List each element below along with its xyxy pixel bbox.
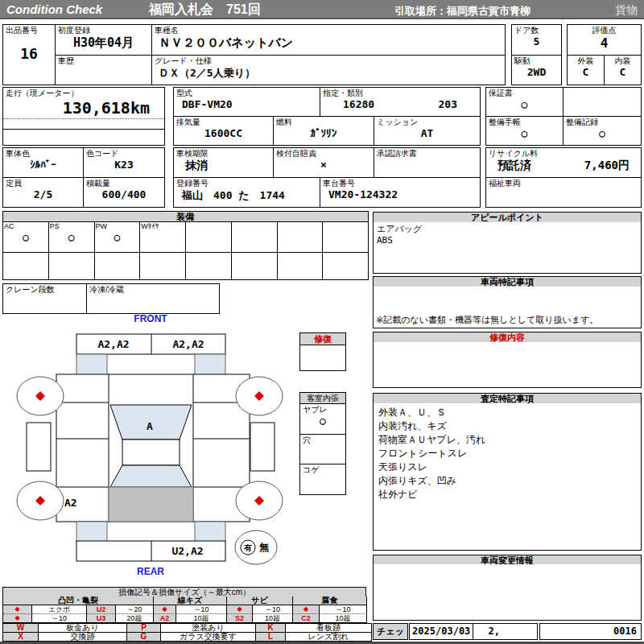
lot-number-value: 16 xyxy=(3,45,55,62)
vehicle-notes-title: 車両特記事項 xyxy=(373,276,642,287)
cabin-row-hole: 穴 xyxy=(300,435,345,464)
interior-grade-cell: 内装 C xyxy=(604,55,642,85)
lot-number-cell: 出品番号 16 xyxy=(2,24,56,85)
vehicle-damage-diagram: A2,A2 A2,A2 A A2 U2,A2 有 無 xyxy=(0,324,298,566)
appeal-line: ABS xyxy=(377,235,638,246)
recycle-amount: 7,460円 xyxy=(584,159,630,173)
check-number: 0016 xyxy=(540,624,641,639)
legend-code: P xyxy=(127,624,161,633)
appeal-line: エアバッグ xyxy=(377,224,638,235)
color-code-cell: 色コード K23 xyxy=(83,147,165,178)
front-bumper-left-mark: A2,A2 xyxy=(97,338,129,350)
equipment-section-title: 装備 xyxy=(2,211,369,222)
check-label: チェック xyxy=(373,623,408,640)
equipment-cell-empty xyxy=(323,222,369,253)
inspection-cell: 車検期限 抹消 xyxy=(173,147,274,178)
exterior-grade-label: 外装 xyxy=(568,56,604,66)
mileage-empty-row xyxy=(3,119,164,130)
registration-cell: 登録番号 福山 400 た 1744 xyxy=(173,177,320,208)
displacement-cell: 排気量 1600CC xyxy=(173,116,274,146)
auction-title: 福岡入札会 751回 xyxy=(149,2,261,19)
chassis-number-value: VM20-124322 xyxy=(320,188,480,200)
equipment-cell-empty xyxy=(323,253,369,280)
inspection-label: 車検期限 xyxy=(174,148,273,159)
color-code-value: K23 xyxy=(84,159,164,171)
equipment-cell-empty xyxy=(140,253,186,280)
assessment-line: 天張りスレ xyxy=(378,460,636,474)
body-color-value: ｼﾙﾊﾞｰ xyxy=(3,159,83,171)
diamond-icon: ◆ xyxy=(154,605,176,614)
diamond-icon: ◆ xyxy=(227,605,253,614)
right-side-panel xyxy=(250,423,275,471)
assessment-line: 外装Ａ、Ｕ、Ｓ xyxy=(378,406,636,419)
score-cell: 評価点 4 xyxy=(567,24,642,56)
recycle-fee-label: リサイクル料 xyxy=(486,148,641,159)
spare-tire-indicator xyxy=(235,530,277,564)
cabin-tear-mark: ○ xyxy=(300,415,345,427)
diamond-icon: ◆ xyxy=(3,605,32,614)
repair-content-title: 修復内容 xyxy=(373,332,642,343)
mileage-label: 走行（現メーター） xyxy=(3,88,164,98)
legend-code-table: W 板金あり P 塗装あり K 看板跡 X 交換跡 G ガラス交換要す L レン… xyxy=(2,623,372,642)
assessment-notes-title: 査定特記事項 xyxy=(373,393,642,404)
history-label: 車歴 xyxy=(56,56,151,66)
lot-number-label: 出品番号 xyxy=(3,25,55,35)
insurance-mark: × xyxy=(274,159,374,171)
doors-label: ドア数 xyxy=(512,25,561,35)
front-left-corner-glass xyxy=(76,354,107,376)
diagram-rear-label: REAR xyxy=(86,566,215,577)
color-code-label: 色コード xyxy=(84,148,164,159)
legend-group-headers: 凸凹・亀裂 線キズ サビ 腐食 xyxy=(2,597,367,605)
first-registration-label: 初度登録 xyxy=(56,25,151,35)
welfare-label: 福祉車両 xyxy=(486,178,641,188)
assessment-line: 社外ナビ xyxy=(378,488,636,502)
exterior-grade-cell: 外装 C xyxy=(567,55,605,85)
grade-label: グレード・仕様 xyxy=(152,56,505,66)
pickup-location: 引取場所：福岡県古賀市青柳 xyxy=(394,4,530,19)
legend-code-desc: ガラス交換要す xyxy=(161,633,256,642)
legend-group: 凸凹・亀裂 xyxy=(3,597,154,605)
fuel-label: 燃料 xyxy=(274,117,374,127)
transmission-cell: ミッション AT xyxy=(374,116,481,146)
capacity-label: 定員 xyxy=(3,178,83,188)
approval-label: 承認請求書 xyxy=(374,148,480,159)
vehicle-change-body xyxy=(373,564,642,621)
legend-code: X xyxy=(3,633,39,642)
grade-value: ＤＸ（2／5人乗り） xyxy=(152,66,505,80)
rear-bumper-mark: U2,A2 xyxy=(171,545,203,557)
crane-cell: クレーン段数 xyxy=(2,283,87,314)
cabin-row-burn: コゲ xyxy=(300,464,345,493)
transmission-label: ミッション xyxy=(374,117,480,127)
equipment-cell-empty xyxy=(3,253,49,280)
legend-code-desc: レンズ割れ xyxy=(286,633,372,642)
equipment-mark-pw: ○ xyxy=(95,231,140,243)
check-number-box: 0016 xyxy=(539,623,642,640)
maintenance-record-label: 整備記録 xyxy=(564,117,641,127)
insurance-cell: 検付自賠責 × xyxy=(273,147,374,178)
repair-mini-box: 修復 xyxy=(299,332,346,371)
model-code-value: DBF-VM20 xyxy=(174,98,320,110)
crane-label: クレーン段数 xyxy=(3,284,86,295)
warranty-label: 保証書 xyxy=(486,88,563,98)
approval-cell: 承認請求書 xyxy=(374,147,481,178)
check-date-box: 2025/03/03 2, xyxy=(409,623,538,640)
vehicle-notes-footer: ※記載のない書類・機器等は無しとして取り扱います。 xyxy=(376,314,598,326)
model-code-label: 型式 xyxy=(174,88,320,98)
equipment-cell-empty xyxy=(232,253,278,280)
assessment-line: 荷物室ＡＵヤブレ、汚れ xyxy=(378,433,636,447)
legend-code-desc: 看板跡 xyxy=(286,624,372,633)
diamond-icon: ◆ xyxy=(293,605,320,614)
legend-group: 線キズ xyxy=(154,597,227,605)
equipment-cell-pw: PW○ xyxy=(95,222,141,253)
appeal-points-title: アピールポイント xyxy=(373,212,642,223)
class-label: 指定・類別 xyxy=(320,88,480,98)
first-registration-cell: 初度登録 H30年04月 xyxy=(55,24,152,56)
body-color-cell: 車体色 ｼﾙﾊﾞｰ xyxy=(2,147,84,178)
equipment-cell-empty xyxy=(186,222,232,253)
cabin-lining-box: 客室内張 ヤブレ ○ 穴 コゲ xyxy=(299,392,346,495)
interior-grade-value: C xyxy=(605,66,641,78)
model-code-cell: 型式 DBF-VM20 xyxy=(173,87,320,117)
left-side-panel xyxy=(27,423,51,471)
equipment-cell-empty xyxy=(186,253,232,280)
legend-code-desc: 交換跡 xyxy=(39,633,127,642)
